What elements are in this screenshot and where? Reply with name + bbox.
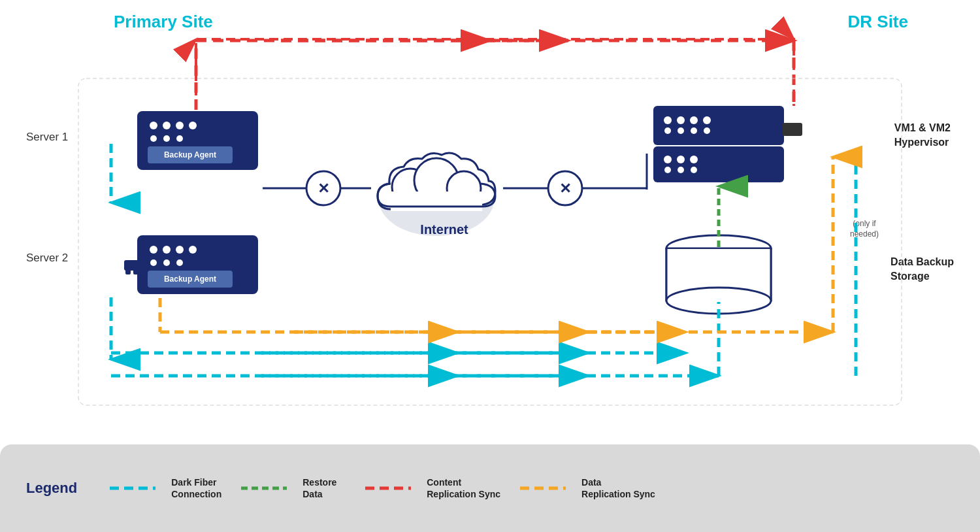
main-diagram: Primary Site DR Site Server 1 Server 2 V… — [0, 0, 980, 444]
legend-item-dark-fiber: Dark FiberConnection — [110, 476, 221, 500]
svg-point-47 — [704, 127, 710, 134]
dr-site-label: DR Site — [848, 12, 908, 32]
svg-point-54 — [691, 167, 697, 173]
svg-point-67 — [666, 288, 771, 314]
svg-point-29 — [176, 246, 184, 254]
legend-label-data-replication: DataReplication Sync — [581, 476, 655, 500]
svg-rect-64 — [667, 249, 770, 300]
svg-text:✕: ✕ — [559, 180, 571, 197]
svg-point-51 — [690, 156, 698, 163]
svg-point-22 — [163, 135, 170, 142]
svg-point-43 — [703, 116, 711, 124]
legend-item-content-replication: ContentReplication Sync — [365, 476, 500, 500]
svg-point-19 — [176, 122, 184, 129]
svg-point-57 — [392, 169, 429, 205]
svg-point-53 — [678, 167, 684, 173]
svg-point-50 — [677, 156, 685, 163]
legend-title: Legend — [26, 480, 77, 497]
svg-rect-90 — [78, 78, 902, 405]
svg-rect-16 — [137, 111, 258, 170]
primary-site-label: Primary Site — [114, 12, 213, 32]
svg-rect-63 — [666, 248, 771, 301]
svg-rect-39 — [653, 106, 784, 145]
svg-point-32 — [163, 259, 170, 266]
svg-rect-55 — [783, 123, 802, 136]
legend-bar: Legend Dark FiberConnection RestoreData … — [0, 444, 980, 532]
svg-rect-26 — [137, 235, 258, 294]
internet-label: Internet — [392, 222, 497, 237]
svg-point-20 — [189, 122, 197, 129]
svg-point-28 — [163, 246, 171, 254]
svg-point-23 — [176, 135, 183, 142]
svg-point-33 — [176, 259, 183, 266]
svg-point-44 — [664, 127, 671, 134]
svg-rect-37 — [148, 271, 233, 288]
legend-label-dark-fiber: Dark FiberConnection — [171, 476, 221, 500]
svg-point-27 — [150, 246, 157, 254]
svg-point-52 — [664, 167, 671, 173]
svg-rect-36 — [133, 269, 139, 274]
svg-point-49 — [664, 156, 672, 163]
svg-point-59 — [447, 171, 481, 205]
svg-point-12 — [306, 171, 340, 205]
svg-point-18 — [163, 122, 171, 129]
svg-rect-34 — [124, 260, 139, 271]
vm-label: VM1 & VM2Hypervisor — [894, 121, 951, 150]
svg-point-46 — [691, 127, 697, 134]
svg-point-30 — [189, 246, 197, 254]
svg-point-62 — [666, 235, 771, 261]
server1-label: Server 1 — [26, 131, 68, 144]
svg-rect-35 — [125, 269, 131, 274]
only-if-needed-label: (only ifneeded) — [850, 219, 879, 239]
svg-point-31 — [150, 259, 157, 266]
svg-text:✕: ✕ — [318, 180, 329, 197]
svg-point-14 — [548, 171, 582, 205]
server2-label: Server 2 — [26, 252, 68, 265]
svg-point-41 — [677, 116, 685, 124]
svg-rect-48 — [653, 146, 784, 182]
svg-point-58 — [414, 158, 459, 203]
legend-label-content-replication: ContentReplication Sync — [427, 476, 500, 500]
legend-item-data-replication: DataReplication Sync — [520, 476, 655, 500]
svg-text:Backup Agent: Backup Agent — [164, 150, 216, 159]
svg-point-45 — [678, 127, 684, 134]
svg-point-42 — [690, 116, 698, 124]
svg-point-21 — [150, 135, 157, 142]
legend-label-restore: RestoreData — [302, 476, 336, 500]
storage-label: Data BackupStorage — [890, 255, 954, 284]
svg-rect-60 — [391, 191, 482, 211]
svg-rect-24 — [148, 146, 233, 163]
svg-point-40 — [664, 116, 672, 124]
legend-item-restore: RestoreData — [241, 476, 346, 500]
svg-text:Backup Agent: Backup Agent — [164, 274, 216, 284]
svg-point-17 — [150, 122, 157, 129]
